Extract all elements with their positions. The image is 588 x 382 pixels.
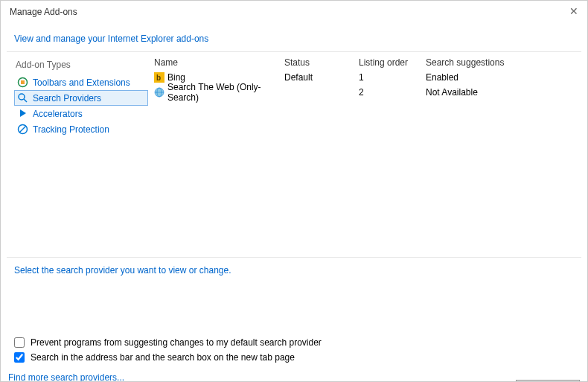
instruction-text: Select the search provider you want to v…	[14, 264, 574, 335]
accel-icon	[17, 108, 28, 119]
footer: Find more search providers... Learn more…	[1, 365, 587, 382]
provider-status: Default	[278, 72, 353, 83]
window-title: Manage Add-ons	[10, 7, 77, 17]
bottom-panel: Select the search provider you want to v…	[7, 257, 581, 365]
search-icon	[17, 92, 28, 104]
sidebar-item-label: Accelerators	[33, 109, 83, 119]
provider-suggestions: Not Available	[420, 87, 524, 98]
main-area: Add-on Types Toolbars and Extensions Sea…	[7, 51, 581, 257]
window-titlebar: Manage Add-ons ✕	[1, 1, 587, 23]
checkbox-input[interactable]	[14, 352, 25, 363]
bing-icon: b	[154, 72, 164, 83]
table-row[interactable]: Search The Web (Only-Search) 2 Not Avail…	[148, 85, 581, 100]
svg-line-6	[19, 126, 26, 133]
provider-suggestions: Enabled	[420, 72, 524, 83]
sidebar-title: Add-on Types	[14, 58, 148, 74]
list-header: Name Status Listing order Search suggest…	[148, 52, 581, 70]
checkbox-prevent-changes[interactable]: Prevent programs from suggesting changes…	[14, 335, 574, 350]
svg-marker-4	[20, 109, 26, 117]
sidebar-item-label: Tracking Protection	[33, 124, 109, 135]
svg-rect-1	[21, 80, 25, 84]
header-suggestions[interactable]: Search suggestions	[420, 56, 524, 69]
header-name[interactable]: Name	[148, 56, 278, 69]
checkbox-label: Prevent programs from suggesting changes…	[31, 337, 322, 348]
sidebar-item-label: Toolbars and Extensions	[33, 77, 130, 88]
sidebar-item-search[interactable]: Search Providers	[14, 90, 148, 106]
header-status[interactable]: Status	[278, 56, 353, 69]
footer-links: Find more search providers... Learn more…	[8, 371, 192, 382]
link-find-providers[interactable]: Find more search providers...	[8, 371, 192, 382]
header-order[interactable]: Listing order	[353, 56, 420, 69]
provider-name: Search The Web (Only-Search)	[167, 82, 272, 103]
close-icon[interactable]: ✕	[568, 6, 580, 18]
svg-line-3	[24, 99, 27, 102]
svg-text:b: b	[156, 74, 161, 82]
provider-name: Bing	[167, 72, 185, 83]
sidebar-item-toolbars[interactable]: Toolbars and Extensions	[14, 74, 148, 90]
sidebar-item-tracking[interactable]: Tracking Protection	[14, 121, 148, 137]
svg-point-2	[19, 94, 25, 100]
sidebar-item-accelerators[interactable]: Accelerators	[14, 106, 148, 121]
sidebar-item-label: Search Providers	[33, 93, 101, 104]
sidebar: Add-on Types Toolbars and Extensions Sea…	[7, 52, 148, 257]
provider-order: 1	[353, 72, 420, 83]
provider-order: 2	[353, 87, 420, 98]
toolbar-icon	[17, 77, 28, 88]
window-subtitle: View and manage your Internet Explorer a…	[1, 23, 587, 51]
tracking-icon	[17, 124, 28, 135]
checkbox-addressbar-search[interactable]: Search in the address bar and the search…	[14, 350, 574, 365]
checkbox-input[interactable]	[14, 337, 25, 348]
provider-list: Name Status Listing order Search suggest…	[148, 52, 581, 257]
checkbox-label: Search in the address bar and the search…	[31, 352, 295, 363]
globe-icon	[154, 87, 164, 98]
